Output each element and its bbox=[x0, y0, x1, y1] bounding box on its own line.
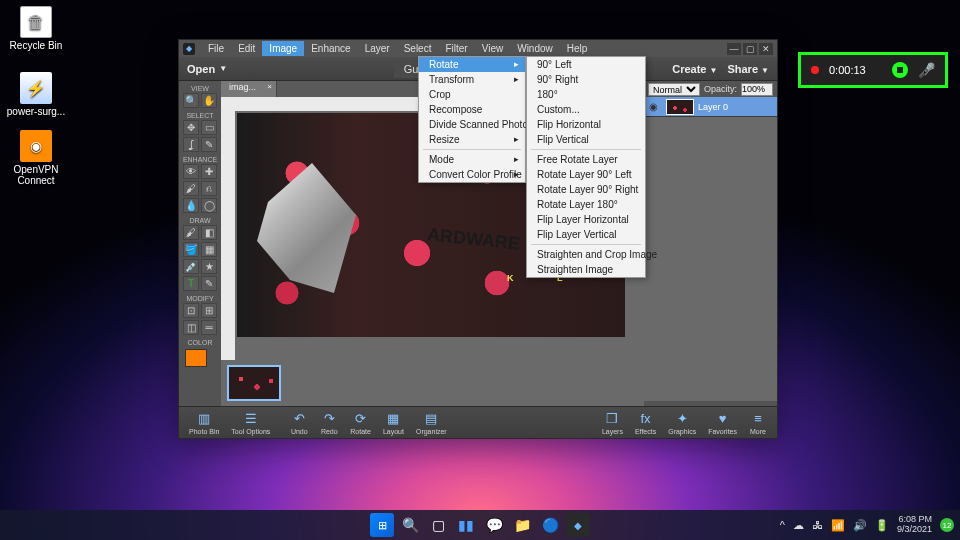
shape-tool[interactable]: ★ bbox=[201, 259, 217, 274]
hand-tool[interactable]: ✋ bbox=[201, 93, 217, 108]
mic-muted-icon[interactable]: 🎤̸ bbox=[918, 62, 935, 78]
more-button[interactable]: ≡More bbox=[743, 411, 773, 435]
blend-mode-select[interactable]: Normal bbox=[648, 83, 700, 96]
layers-button[interactable]: ❒Layers bbox=[596, 411, 629, 435]
graphics-button[interactable]: ✦Graphics bbox=[662, 411, 702, 435]
taskview-button[interactable]: ▢ bbox=[426, 513, 450, 537]
menu-edit[interactable]: Edit bbox=[231, 41, 262, 56]
effects-button[interactable]: fxEffects bbox=[629, 411, 662, 435]
menu-item-rotate-layer-180-[interactable]: Rotate Layer 180° bbox=[527, 197, 645, 212]
desktop-recycle-bin[interactable]: 🗑 Recycle Bin bbox=[6, 6, 66, 51]
straighten-tool[interactable]: ═ bbox=[201, 320, 217, 335]
undo-button[interactable]: ↶Undo bbox=[284, 411, 314, 435]
menu-image[interactable]: Image bbox=[262, 41, 304, 56]
menu-item-180-[interactable]: 180° bbox=[527, 87, 645, 102]
menu-item-flip-layer-vertical[interactable]: Flip Layer Vertical bbox=[527, 227, 645, 242]
menu-item-flip-vertical[interactable]: Flip Vertical bbox=[527, 132, 645, 147]
maximize-button[interactable]: ▢ bbox=[743, 43, 757, 55]
onedrive-icon[interactable]: ☁ bbox=[793, 519, 804, 532]
menu-item-divide-scanned-photos[interactable]: Divide Scanned Photos bbox=[419, 117, 525, 132]
menu-item-flip-horizontal[interactable]: Flip Horizontal bbox=[527, 117, 645, 132]
desktop-power-surge[interactable]: ⚡ power-surg... bbox=[6, 72, 66, 117]
menu-item-90-left[interactable]: 90° Left bbox=[527, 57, 645, 72]
menu-item-transform[interactable]: Transform bbox=[419, 72, 525, 87]
redeye-tool[interactable]: 👁 bbox=[183, 164, 199, 179]
close-button[interactable]: ✕ bbox=[759, 43, 773, 55]
menu-item-convert-color-profile[interactable]: Convert Color Profile bbox=[419, 167, 525, 182]
wifi-icon[interactable]: 📶 bbox=[831, 519, 845, 532]
explorer-button[interactable]: 📁 bbox=[510, 513, 534, 537]
menu-item-free-rotate-layer[interactable]: Free Rotate Layer bbox=[527, 152, 645, 167]
close-tab-icon[interactable]: × bbox=[267, 82, 272, 91]
stop-record-button[interactable] bbox=[892, 62, 908, 78]
document-tab[interactable]: imag...× bbox=[221, 81, 277, 97]
network-icon[interactable]: 🖧 bbox=[812, 519, 823, 531]
desktop-openvpn[interactable]: ◉ OpenVPN Connect bbox=[6, 130, 66, 186]
create-button[interactable]: Create bbox=[672, 63, 706, 75]
menu-item-resize[interactable]: Resize bbox=[419, 132, 525, 147]
minimize-button[interactable]: — bbox=[727, 43, 741, 55]
quickselect-tool[interactable]: ✎ bbox=[201, 137, 217, 152]
spot-heal-tool[interactable]: ✚ bbox=[201, 164, 217, 179]
menu-help[interactable]: Help bbox=[560, 41, 595, 56]
rotate-button[interactable]: ⟳Rotate bbox=[344, 411, 377, 435]
chrome-button[interactable]: 🔵 bbox=[538, 513, 562, 537]
eyedropper-tool[interactable]: 💉 bbox=[183, 259, 199, 274]
sponge-tool[interactable]: ◯ bbox=[201, 198, 217, 213]
pencil-tool[interactable]: ✎ bbox=[201, 276, 217, 291]
menu-select[interactable]: Select bbox=[397, 41, 439, 56]
move-tool[interactable]: ✥ bbox=[183, 120, 199, 135]
menu-item-90-right[interactable]: 90° Right bbox=[527, 72, 645, 87]
menu-item-rotate-layer-90-left[interactable]: Rotate Layer 90° Left bbox=[527, 167, 645, 182]
redo-button[interactable]: ↷Redo bbox=[314, 411, 344, 435]
start-button[interactable]: ⊞ bbox=[370, 513, 394, 537]
opacity-input[interactable] bbox=[741, 83, 773, 96]
zoom-tool[interactable]: 🔍 bbox=[183, 93, 199, 108]
pse-button[interactable]: ◆ bbox=[566, 513, 590, 537]
menu-item-crop[interactable]: Crop bbox=[419, 87, 525, 102]
layer-row[interactable]: ◉ Layer 0 bbox=[644, 97, 777, 117]
menu-item-straighten-and-crop-image[interactable]: Straighten and Crop Image bbox=[527, 247, 645, 262]
widgets-button[interactable]: ▮▮ bbox=[454, 513, 478, 537]
menu-enhance[interactable]: Enhance bbox=[304, 41, 357, 56]
type-tool[interactable]: T bbox=[183, 276, 199, 291]
brush-tool[interactable]: 🖌 bbox=[183, 225, 199, 240]
blur-tool[interactable]: 💧 bbox=[183, 198, 199, 213]
visibility-toggle-icon[interactable]: ◉ bbox=[644, 101, 662, 112]
share-button[interactable]: Share bbox=[727, 63, 758, 75]
favorites-button[interactable]: ♥Favorites bbox=[702, 411, 743, 435]
open-button[interactable]: Open bbox=[187, 63, 215, 75]
clone-tool[interactable]: ⎌ bbox=[201, 181, 217, 196]
photo-bin-thumbnail[interactable] bbox=[227, 365, 281, 401]
gradient-tool[interactable]: ▦ bbox=[201, 242, 217, 257]
clock[interactable]: 6:08 PM 9/3/2021 bbox=[897, 515, 932, 535]
menu-layer[interactable]: Layer bbox=[358, 41, 397, 56]
battery-icon[interactable]: 🔋 bbox=[875, 519, 889, 532]
menu-item-custom-[interactable]: Custom... bbox=[527, 102, 645, 117]
photo-bin-button[interactable]: ▥Photo Bin bbox=[183, 411, 225, 435]
search-button[interactable]: 🔍 bbox=[398, 513, 422, 537]
color-swatch[interactable] bbox=[185, 349, 207, 367]
menu-item-rotate[interactable]: Rotate bbox=[419, 57, 525, 72]
recompose-tool[interactable]: ⊞ bbox=[201, 303, 217, 318]
layout-button[interactable]: ▦Layout bbox=[377, 411, 410, 435]
chevron-up-icon[interactable]: ^ bbox=[780, 519, 785, 531]
menu-item-rotate-layer-90-right[interactable]: Rotate Layer 90° Right bbox=[527, 182, 645, 197]
crop-tool[interactable]: ⊡ bbox=[183, 303, 199, 318]
menu-file[interactable]: File bbox=[201, 41, 231, 56]
menu-item-recompose[interactable]: Recompose bbox=[419, 102, 525, 117]
organizer-button[interactable]: ▤Organizer bbox=[410, 411, 453, 435]
menu-item-flip-layer-horizontal[interactable]: Flip Layer Horizontal bbox=[527, 212, 645, 227]
smart-brush-tool[interactable]: 🖌 bbox=[183, 181, 199, 196]
tool-options-button[interactable]: ☰Tool Options bbox=[225, 411, 276, 435]
content-aware-tool[interactable]: ◫ bbox=[183, 320, 199, 335]
menu-filter[interactable]: Filter bbox=[438, 41, 474, 56]
notification-badge[interactable]: 12 bbox=[940, 518, 954, 532]
chat-button[interactable]: 💬 bbox=[482, 513, 506, 537]
menu-item-straighten-image[interactable]: Straighten Image bbox=[527, 262, 645, 277]
eraser-tool[interactable]: ◧ bbox=[201, 225, 217, 240]
volume-icon[interactable]: 🔊 bbox=[853, 519, 867, 532]
menu-window[interactable]: Window bbox=[510, 41, 560, 56]
menu-view[interactable]: View bbox=[475, 41, 511, 56]
lasso-tool[interactable]: ʆ bbox=[183, 137, 199, 152]
